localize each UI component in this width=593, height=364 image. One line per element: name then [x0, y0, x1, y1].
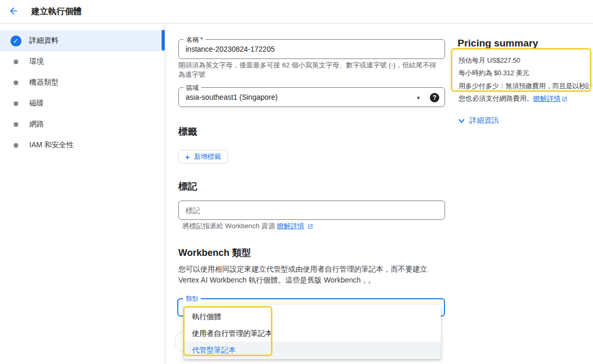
external-link-icon[interactable] [307, 224, 313, 229]
sidebar-item-iam-security[interactable]: IAM 和安全性 [0, 135, 162, 156]
external-link-icon[interactable] [562, 96, 567, 102]
labels-heading: 標籤 [178, 125, 197, 138]
add-label-button[interactable]: + 新增標籤 [178, 150, 228, 163]
dropdown-arrow-icon: ▾ [417, 95, 420, 101]
step-dot-icon [10, 77, 21, 88]
sidebar-item-label: 機器類型 [29, 78, 59, 87]
back-button[interactable] [7, 5, 20, 19]
sidebar-item-label: IAM 和安全性 [29, 140, 74, 150]
sidebar-scrollbar-thumb[interactable] [162, 30, 165, 51]
sidebar-item-machine-type[interactable]: 機器類型 [0, 72, 162, 93]
workbench-type-description: 您可以使用相同設定來建立代管型或由使用者自行管理的筆記本，而不要建立 Verte… [178, 264, 444, 286]
add-label-button-text: 新增標籤 [194, 152, 221, 161]
region-value: asia-southeast1 (Singapore) [186, 88, 278, 107]
sidebar-item-label: 詳細資料 [29, 36, 59, 45]
network-note-text: 您也必須支付網路費用。 [459, 94, 533, 103]
tags-helper-text: 將標記指派給 Workbench 資源 瞭解詳情 [183, 221, 313, 231]
tags-input[interactable] [179, 201, 444, 219]
sidebar-item-network[interactable]: 網路 [0, 114, 162, 135]
name-helper-text: 開頭須為英文字母，後面最多可接 62 個小寫英文字母、數字或連字號 (-)，但結… [178, 61, 443, 79]
tags-heading: 標記 [178, 180, 197, 193]
workbench-type-heading: Workbench 類型 [178, 246, 251, 259]
plus-icon: + [185, 152, 190, 161]
details-expander-label: 詳細資訊 [470, 116, 499, 125]
help-icon[interactable]: ? [430, 93, 439, 102]
tags-field[interactable] [178, 201, 445, 220]
step-dot-icon [10, 56, 21, 67]
sidebar-item-label: 環境 [29, 57, 44, 66]
step-dot-icon [10, 139, 21, 151]
name-input[interactable] [179, 40, 444, 58]
arrow-back-icon [8, 6, 19, 18]
details-expander[interactable]: 詳細資訊 [458, 116, 499, 125]
page-title: 建立執行個體 [31, 0, 82, 23]
menu-option-instances[interactable]: 執行個體 [184, 308, 441, 325]
step-dot-icon [10, 98, 21, 109]
app-bar: 建立執行個體 [0, 0, 593, 24]
sidebar-divider [165, 24, 165, 364]
chevron-down-icon [458, 116, 465, 125]
type-dropdown-menu: 執行個體 使用者自行管理的筆記本 代管型筆記本 [184, 305, 441, 359]
pricing-summary-title: Pricing summary [458, 38, 538, 49]
tags-learn-more-link[interactable]: 瞭解詳情 [277, 221, 304, 231]
region-select[interactable]: 區域 asia-southeast1 (Singapore) ▾ ? [178, 87, 445, 107]
sidebar-item-label: 磁碟 [29, 99, 44, 108]
pricing-pay-as-you-go: 用多少付多少：無須預繳費用，而且是以秒計費 [459, 81, 593, 91]
pricing-monthly-estimate: 預估每月 US$227.50 [459, 56, 520, 65]
sidebar-item-disk[interactable]: 磁碟 [0, 93, 162, 114]
sidebar-item-details[interactable]: ✓ 詳細資料 [0, 30, 162, 51]
step-dot-icon [10, 119, 21, 130]
name-field-label: 名稱 * [184, 36, 206, 44]
menu-option-managed-notebooks[interactable]: 代管型筆記本 [184, 342, 441, 359]
step-check-icon: ✓ [10, 35, 21, 46]
sidebar-item-environment[interactable]: 環境 [0, 51, 162, 72]
pricing-hourly-rate: 每小時約為 $0.312 美元 [459, 68, 529, 78]
name-field[interactable]: 名稱 * [178, 39, 445, 59]
menu-option-user-managed-notebooks[interactable]: 使用者自行管理的筆記本 [184, 325, 441, 342]
network-learn-more-link[interactable]: 瞭解詳情 [533, 94, 561, 103]
tags-helper-prefix: 將標記指派給 Workbench 資源 [183, 221, 275, 231]
sidebar-item-label: 網路 [29, 120, 44, 129]
type-select-label: 類型 [183, 295, 201, 303]
pricing-network-note: 您也必須支付網路費用。 瞭解詳情 [459, 94, 567, 103]
